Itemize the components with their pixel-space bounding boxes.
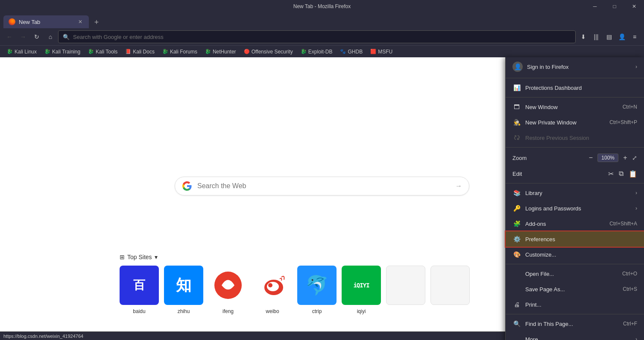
addons-item[interactable]: 🧩 Add-ons Ctrl+Shift+A: [506, 216, 644, 231]
menu-divider-6: [506, 314, 644, 314]
tab-close-button[interactable]: ✕: [77, 18, 84, 25]
bookmark-item-offensive-security[interactable]: 🔴Offensive Security: [240, 48, 296, 56]
bookmark-item-kali-linux[interactable]: 🐉Kali Linux: [3, 48, 40, 56]
print-label: Print...: [525, 302, 637, 308]
new-tab-button[interactable]: +: [91, 16, 102, 28]
empty-site-tile[interactable]: [386, 266, 425, 314]
site-tile-zhihu[interactable]: 知 zhihu: [164, 266, 203, 314]
tab-new-tab[interactable]: New Tab ✕: [3, 15, 89, 28]
new-window-shortcut: Ctrl+N: [623, 104, 637, 110]
preferences-icon: ⚙️: [512, 235, 521, 243]
bookmark-icon-ghdb: 🐾: [340, 49, 346, 54]
sidebar-button[interactable]: ▤: [603, 31, 615, 43]
site-tile-baidu[interactable]: 百 baidu: [120, 266, 159, 314]
close-window-button[interactable]: ✕: [624, 0, 644, 13]
restore-session-item[interactable]: 🗘 Restore Previous Session: [506, 130, 644, 145]
top-sites-grid: 百 baidu 知 zhihu ifeng weibo 🐬 ctrip: [120, 266, 470, 314]
library-item[interactable]: 📚 Library ›: [506, 185, 644, 201]
bookmark-icon-kali-training: 🐉: [44, 49, 50, 54]
bookmark-item-kali-training[interactable]: 🐉Kali Training: [41, 48, 84, 56]
new-private-shortcut: Ctrl+Shift+P: [609, 119, 637, 125]
sign-in-item[interactable]: 👤 Sign in to Firefox ›: [506, 57, 644, 76]
bookmark-item-kali-tools[interactable]: 🐉Kali Tools: [85, 48, 121, 56]
customize-item[interactable]: 🎨 Customize...: [506, 247, 644, 262]
sign-in-label: Sign in to Firefox: [527, 64, 635, 70]
titlebar: New Tab - Mozilla Firefox ─ □ ✕: [0, 0, 644, 13]
sign-in-icon: 👤: [512, 62, 523, 72]
site-tile-ctrip[interactable]: 🐬 ctrip: [297, 266, 337, 314]
empty-tile-icon: [386, 266, 425, 305]
site-tile-weibo[interactable]: weibo: [253, 266, 292, 314]
google-search-input[interactable]: [197, 182, 450, 190]
forward-button[interactable]: →: [17, 31, 29, 43]
bookmark-item-nethunter[interactable]: 🐉NetHunter: [202, 48, 240, 56]
zoom-row: Zoom − 100% + ⤢: [506, 149, 644, 166]
menu-button[interactable]: ≡: [629, 31, 641, 43]
site-icon-ctrip: 🐬: [297, 266, 337, 305]
bookmark-label-kali-forums: Kali Forums: [170, 49, 197, 55]
bookmark-item-ghdb[interactable]: 🐾GHDB: [337, 48, 366, 56]
bookmark-icon-kali-forums: 🐉: [162, 49, 168, 54]
bookmark-item-kali-forums[interactable]: 🐉Kali Forums: [159, 48, 201, 56]
zoom-label: Zoom: [512, 155, 585, 161]
protections-icon: 📊: [512, 83, 521, 92]
downloads-button[interactable]: ⬇: [577, 31, 589, 43]
preferences-item[interactable]: ⚙️ Preferences: [506, 231, 644, 247]
bookmark-item-exploit-db[interactable]: 🐉Exploit-DB: [297, 48, 336, 56]
address-bar[interactable]: 🔍: [58, 30, 576, 43]
home-button[interactable]: ⌂: [44, 31, 56, 43]
google-search-box[interactable]: →: [175, 177, 469, 195]
google-logo-icon: [182, 181, 192, 191]
save-page-shortcut: Ctrl+S: [623, 286, 637, 292]
empty-site-tile[interactable]: [430, 266, 470, 314]
firefox-logo-icon: [9, 18, 15, 25]
copy-button[interactable]: ⧉: [619, 170, 624, 178]
top-sites-section: ⊞ Top Sites ▾ 百 baidu 知 zhihu ifeng weib…: [120, 254, 470, 314]
find-label: Find in This Page...: [525, 321, 620, 327]
private-window-icon: 🕵: [512, 118, 521, 127]
reload-button[interactable]: ↻: [31, 31, 43, 43]
protections-label: Protections Dashboard: [525, 85, 637, 91]
bookmark-label-kali-tools: Kali Tools: [96, 49, 117, 55]
bookmark-icon-kali-docs: 📕: [125, 49, 131, 54]
zoom-expand-icon[interactable]: ⤢: [632, 154, 637, 161]
new-window-item[interactable]: 🗖 New Window Ctrl+N: [506, 99, 644, 115]
window-title: New Tab - Mozilla Firefox: [293, 3, 351, 9]
find-item[interactable]: 🔍 Find in This Page... Ctrl+F: [506, 316, 644, 331]
back-button[interactable]: ←: [3, 31, 15, 43]
library-button[interactable]: |||: [590, 31, 602, 43]
menu-divider-1: [506, 78, 644, 78]
site-tile-ifeng[interactable]: ifeng: [208, 266, 248, 314]
site-tile-iqiyi[interactable]: iQIYI iqiyi: [342, 266, 381, 314]
open-file-item[interactable]: Open File... Ctrl+O: [506, 266, 644, 281]
bookmark-label-kali-linux: Kali Linux: [15, 49, 37, 55]
print-item[interactable]: 🖨 Print...: [506, 297, 644, 312]
paste-button[interactable]: 📋: [629, 170, 637, 178]
site-label-zhihu: zhihu: [178, 308, 190, 314]
bookmark-label-kali-training: Kali Training: [52, 49, 80, 55]
save-page-item[interactable]: Save Page As... Ctrl+S: [506, 281, 644, 297]
edit-icons: ✂ ⧉ 📋: [608, 170, 637, 178]
profile-button[interactable]: 👤: [616, 31, 628, 43]
sign-in-arrow-icon: ›: [635, 64, 637, 70]
protections-dashboard-item[interactable]: 📊 Protections Dashboard: [506, 80, 644, 95]
cut-button[interactable]: ✂: [608, 170, 614, 178]
address-input[interactable]: [73, 34, 571, 40]
minimize-button[interactable]: ─: [585, 0, 605, 13]
site-label-weibo: weibo: [266, 308, 279, 314]
zoom-plus-button[interactable]: +: [620, 153, 630, 163]
edit-row: Edit ✂ ⧉ 📋: [506, 166, 644, 181]
logins-item[interactable]: 🔑 Logins and Passwords ›: [506, 201, 644, 216]
top-sites-dropdown-icon[interactable]: ▾: [155, 254, 158, 260]
find-shortcut: Ctrl+F: [623, 321, 637, 327]
search-area: →: [175, 177, 469, 195]
new-private-window-item[interactable]: 🕵 New Private Window Ctrl+Shift+P: [506, 115, 644, 130]
zoom-minus-button[interactable]: −: [585, 153, 596, 163]
tab-bar: New Tab ✕ +: [0, 13, 644, 28]
more-item[interactable]: More ›: [506, 331, 644, 340]
top-sites-label: Top Sites: [127, 254, 152, 260]
bookmark-item-kali-docs[interactable]: 📕Kali Docs: [122, 48, 158, 56]
nav-right-buttons: ⬇ ||| ▤ 👤 ≡: [577, 31, 641, 43]
maximize-button[interactable]: □: [605, 0, 624, 13]
bookmark-item-msfu[interactable]: 🟥MSFU: [367, 48, 396, 56]
